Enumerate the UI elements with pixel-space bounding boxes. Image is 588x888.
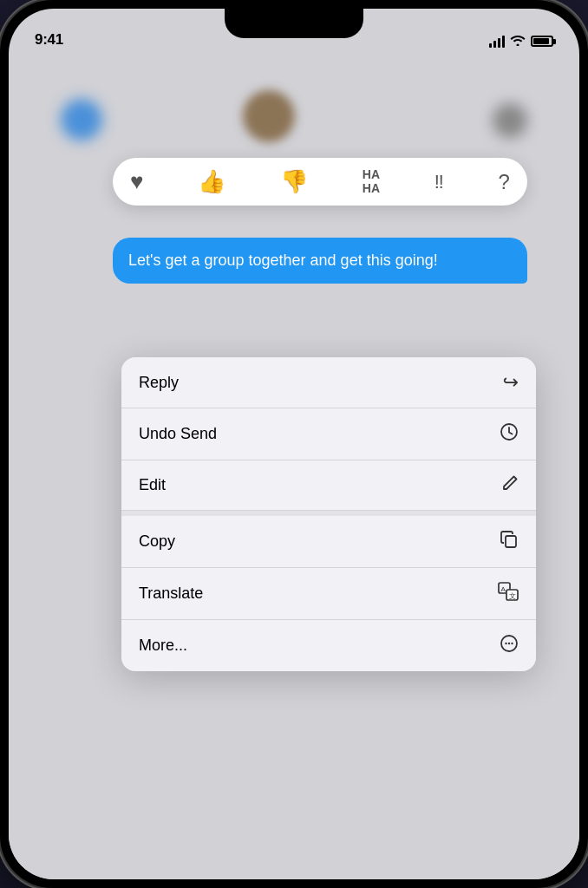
phone-frame: 9:41 — [0, 0, 588, 888]
translate-icon: A 文 — [498, 582, 519, 605]
reaction-bar: ♥ 👍 👎 HAHA ‼ ? — [113, 158, 527, 206]
menu-item-translate[interactable]: Translate A 文 — [121, 568, 536, 620]
menu-item-reply[interactable]: Reply ↩ — [121, 357, 536, 408]
status-icons — [489, 34, 553, 49]
menu-label-copy: Copy — [139, 532, 175, 551]
menu-label-translate: Translate — [139, 584, 203, 603]
svg-point-8 — [508, 643, 510, 644]
more-icon — [500, 634, 519, 657]
edit-icon — [501, 474, 519, 496]
menu-item-undo-send[interactable]: Undo Send — [121, 408, 536, 460]
menu-item-copy[interactable]: Copy — [121, 516, 536, 568]
message-area: ♥ 👍 👎 HAHA ‼ ? Let's get a group togethe… — [9, 56, 579, 879]
signal-icon — [489, 36, 505, 48]
undo-send-icon — [500, 422, 519, 446]
phone-screen: 9:41 — [9, 9, 579, 879]
copy-icon — [500, 530, 519, 553]
reaction-question[interactable]: ? — [497, 168, 512, 196]
reaction-exclamation[interactable]: ‼ — [433, 169, 446, 195]
svg-point-7 — [505, 643, 506, 644]
status-time: 9:41 — [35, 31, 63, 49]
menu-item-edit[interactable]: Edit — [121, 460, 536, 511]
svg-rect-1 — [506, 536, 516, 547]
reaction-thumbsdown[interactable]: 👎 — [278, 166, 310, 197]
menu-label-reply: Reply — [139, 374, 179, 392]
menu-label-edit: Edit — [139, 476, 166, 494]
menu-item-more[interactable]: More... — [121, 620, 536, 671]
wifi-icon — [510, 34, 526, 49]
battery-icon — [531, 36, 553, 47]
svg-point-9 — [511, 643, 513, 644]
context-menu: Reply ↩ Undo Send Edit — [121, 357, 536, 671]
notch — [225, 9, 363, 38]
svg-text:文: 文 — [509, 592, 516, 600]
reaction-haha[interactable]: HAHA — [361, 166, 382, 197]
reaction-thumbsup[interactable]: 👍 — [196, 166, 227, 197]
menu-label-more: More... — [139, 637, 187, 655]
message-bubble: Let's get a group together and get this … — [113, 238, 527, 284]
reaction-heart[interactable]: ♥ — [128, 166, 145, 197]
reply-icon: ↩ — [503, 371, 519, 394]
menu-label-undo-send: Undo Send — [139, 425, 217, 443]
message-text: Let's get a group together and get this … — [128, 251, 438, 269]
svg-text:A: A — [501, 585, 506, 593]
